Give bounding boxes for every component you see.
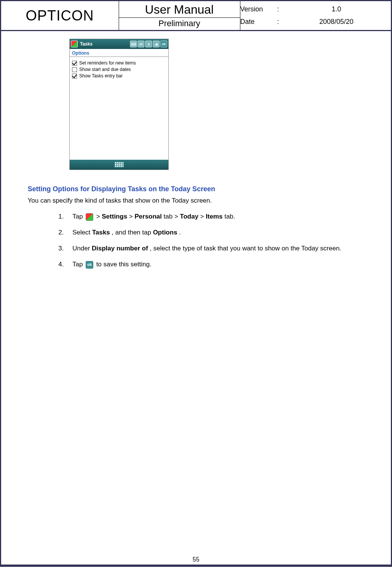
- step-text: Under: [72, 245, 92, 252]
- phone-bottombar: [70, 160, 168, 170]
- phone-titlebar: Tasks ⌨ ⇄ ▾ ◀︎ ok: [70, 39, 168, 49]
- step-text: >: [96, 213, 102, 220]
- step-bold: Items: [206, 213, 223, 220]
- page: OPTICON User Manual Preliminary Version …: [0, 0, 392, 567]
- version-value: 1.0: [282, 5, 391, 13]
- section-heading: Setting Options for Displaying Tasks on …: [28, 185, 364, 193]
- keyboard-status-icon[interactable]: ⌨: [130, 41, 137, 47]
- date-row: Date : 2008/05/20: [240, 16, 391, 28]
- step-1: Tap > Settings > Personal tab > Today > …: [66, 211, 364, 222]
- step-text: Select: [72, 229, 92, 236]
- step-text: , select the type of task that you want …: [150, 245, 341, 252]
- start-icon[interactable]: [71, 41, 78, 47]
- step-text: tab.: [224, 213, 235, 220]
- options-tab-label: Options: [72, 50, 89, 56]
- volume-icon[interactable]: ◀︎: [153, 41, 160, 47]
- step-bold: Tasks: [92, 229, 110, 236]
- phone-title: Tasks: [80, 41, 129, 47]
- logo-text: OPTICON: [26, 8, 94, 24]
- step-bold: Display number of: [92, 245, 148, 252]
- options-list: Set reminders for new items Show start a…: [70, 57, 168, 82]
- options-tab: Options: [70, 49, 168, 57]
- section-intro: You can specify the kind of tasks that s…: [28, 197, 364, 204]
- start-icon: [86, 213, 93, 221]
- phone-screenshot: Tasks ⌨ ⇄ ▾ ◀︎ ok Options Set reminders …: [69, 39, 169, 170]
- step-3: Under Display number of , select the typ…: [66, 243, 364, 254]
- keyboard-icon[interactable]: [114, 162, 124, 168]
- page-number: 55: [1, 556, 391, 563]
- meta-cell: Version : 1.0 Date : 2008/05/20: [240, 1, 391, 31]
- option-row[interactable]: Show Tasks entry bar: [72, 73, 166, 79]
- step-bold: Settings: [102, 213, 127, 220]
- checkbox-icon[interactable]: [72, 61, 77, 66]
- step-bold: Today: [180, 213, 199, 220]
- option-row[interactable]: Set reminders for new items: [72, 60, 166, 66]
- option-label: Show start and due dates: [79, 67, 131, 72]
- date-label: Date: [240, 18, 274, 26]
- phone-body-spacer: [70, 82, 168, 160]
- connection-icon[interactable]: ⇄: [138, 41, 144, 47]
- title-cell: User Manual Preliminary: [119, 1, 240, 31]
- colon: :: [274, 5, 282, 13]
- step-text: to save this setting.: [96, 261, 152, 268]
- steps-list: Tap > Settings > Personal tab > Today > …: [28, 211, 364, 270]
- step-text: , and then tap: [112, 229, 153, 236]
- page-content: Tasks ⌨ ⇄ ▾ ◀︎ ok Options Set reminders …: [1, 31, 391, 555]
- doc-subtitle: Preliminary: [119, 18, 240, 30]
- doc-title: User Manual: [119, 1, 240, 18]
- version-row: Version : 1.0: [240, 3, 391, 16]
- ok-icon: ok: [86, 261, 93, 269]
- version-label: Version: [240, 5, 274, 13]
- step-4: Tap ok to save this setting.: [66, 259, 364, 270]
- checkbox-icon[interactable]: [72, 74, 77, 79]
- ok-button[interactable]: ok: [160, 41, 167, 47]
- signal-off-icon[interactable]: ▾: [145, 41, 152, 47]
- logo-cell: OPTICON: [1, 1, 119, 31]
- step-text: >: [129, 213, 135, 220]
- step-text: Tap: [72, 213, 85, 220]
- option-label: Set reminders for new items: [79, 60, 136, 66]
- page-footer-rule: [1, 565, 391, 566]
- option-row[interactable]: Show start and due dates: [72, 67, 166, 72]
- step-text: >: [200, 213, 206, 220]
- step-text: .: [179, 229, 181, 236]
- date-value: 2008/05/20: [282, 18, 391, 26]
- step-bold: Personal: [135, 213, 162, 220]
- option-label: Show Tasks entry bar: [79, 73, 123, 79]
- step-text: tab >: [164, 213, 180, 220]
- checkbox-icon[interactable]: [72, 67, 77, 72]
- step-text: Tap: [72, 261, 85, 268]
- colon: :: [274, 18, 282, 26]
- step-bold: Options: [153, 229, 177, 236]
- document-header: OPTICON User Manual Preliminary Version …: [1, 1, 391, 31]
- step-2: Select Tasks , and then tap Options .: [66, 227, 364, 238]
